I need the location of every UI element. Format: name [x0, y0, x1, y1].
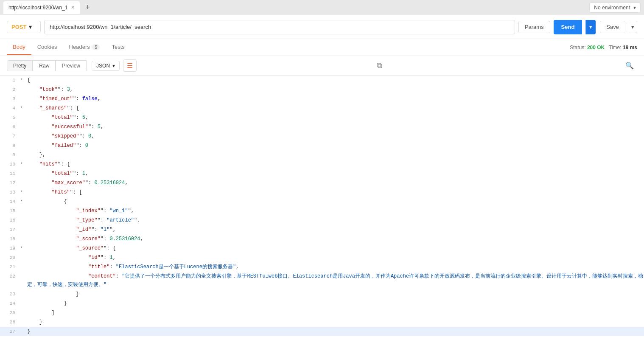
format-selector[interactable]: JSON ▾ — [92, 61, 120, 71]
fold-arrow-icon[interactable]: ▾ — [20, 160, 27, 169]
code-text: "_source"": { — [27, 244, 116, 253]
line-number: 11 — [0, 169, 20, 178]
table-row: 2 "took"": 3, — [0, 85, 644, 94]
fold-arrow-icon[interactable]: ▾ — [20, 104, 27, 113]
send-chevron-icon: ▾ — [589, 24, 592, 30]
table-row: 20 "id"": 1, — [0, 253, 644, 262]
fold-arrow-icon — [20, 262, 27, 272]
tab-body[interactable]: Body — [7, 39, 31, 55]
view-tab-preview[interactable]: Preview — [56, 60, 87, 71]
method-chevron-icon: ▾ — [29, 24, 32, 30]
line-number: 27 — [0, 327, 20, 336]
tab-headers[interactable]: Headers 5 — [63, 39, 106, 55]
code-text: "took"": 3, — [27, 85, 73, 94]
line-number: 22 — [0, 272, 20, 289]
line-number: 12 — [0, 178, 20, 188]
fold-arrow-icon — [20, 216, 27, 225]
table-row: 18 "_score"": 0.25316024, — [0, 234, 644, 244]
code-container[interactable]: 1▾{2 "took"": 3,3 "timed_out"": false,4▾… — [0, 76, 644, 337]
code-text: } — [27, 299, 67, 308]
code-text: "_score"": 0.25316024, — [27, 234, 143, 244]
view-tab-raw[interactable]: Raw — [33, 60, 56, 71]
table-row: 13▾ "hits"": [ — [0, 188, 644, 197]
code-text: } — [27, 317, 42, 327]
line-number: 16 — [0, 216, 20, 225]
code-text: { — [27, 76, 30, 85]
table-row: 15 "_index"": "wn_1"", — [0, 206, 644, 216]
code-text: "content": "它提供了一个分布式多用户能力的全文搜索引擎，基于REST… — [27, 272, 644, 289]
code-text: "skipped"": 0, — [27, 132, 94, 141]
fold-arrow-icon[interactable]: ▾ — [20, 197, 27, 206]
table-row: 11 "total"": 1, — [0, 169, 644, 178]
tab-tests[interactable]: Tests — [106, 39, 130, 55]
view-tab-pretty[interactable]: Pretty — [7, 60, 33, 71]
params-button[interactable]: Params — [518, 21, 550, 33]
url-bar: POST ▾ Params Send ▾ Save ▾ — [0, 15, 644, 39]
tab-close-icon[interactable]: ✕ — [71, 5, 75, 10]
fold-arrow-icon — [20, 234, 27, 244]
env-label: No environment — [594, 5, 630, 11]
line-number: 23 — [0, 289, 20, 299]
wrap-button[interactable]: ☰ — [123, 59, 137, 72]
fold-arrow-icon — [20, 169, 27, 178]
code-text: "title": "ElasticSearch是一个基于Lucene的搜索服务器… — [27, 262, 239, 272]
tab-label: http://localhost:9200/wn_1 — [8, 5, 67, 11]
method-label: POST — [11, 24, 26, 30]
fold-arrow-icon — [20, 272, 27, 289]
fold-arrow-icon — [20, 289, 27, 299]
code-text: "total"": 5, — [27, 113, 88, 122]
code-text: ] — [27, 308, 55, 317]
table-row: 5 "total"": 5, — [0, 113, 644, 122]
save-dropdown-button[interactable]: ▾ — [629, 21, 637, 33]
line-number: 17 — [0, 225, 20, 234]
fold-arrow-icon[interactable]: ▾ — [20, 188, 27, 197]
table-row: 7 "skipped"": 0, — [0, 132, 644, 141]
code-text: "total"": 1, — [27, 169, 88, 178]
code-text: "hits"": [ — [27, 188, 82, 197]
table-row: 4▾ "_shards"": { — [0, 104, 644, 113]
line-number: 21 — [0, 262, 20, 272]
line-number: 26 — [0, 317, 20, 327]
line-number: 19 — [0, 244, 20, 253]
table-row: 22 "content": "它提供了一个分布式多用户能力的全文搜索引擎，基于R… — [0, 272, 644, 289]
line-number: 10 — [0, 160, 20, 169]
table-row: 17 "_id"": "1"", — [0, 225, 644, 234]
table-row: 24 } — [0, 299, 644, 308]
save-button[interactable]: Save — [600, 21, 625, 33]
code-text: "timed_out"": false, — [27, 94, 101, 104]
url-input[interactable] — [44, 20, 515, 34]
fold-arrow-icon — [20, 225, 27, 234]
fold-arrow-icon[interactable]: ▾ — [20, 244, 27, 253]
send-dropdown-button[interactable]: ▾ — [585, 20, 596, 34]
browser-tab[interactable]: http://localhost:9200/wn_1 ✕ — [3, 1, 80, 14]
line-number: 4 — [0, 104, 20, 113]
code-text: }, — [27, 150, 45, 160]
copy-button[interactable]: ⧉ — [373, 59, 386, 72]
line-number: 15 — [0, 206, 20, 216]
code-text: "successful"": 5, — [27, 122, 104, 132]
code-text: "id"": 1, — [27, 253, 116, 262]
new-tab-button[interactable]: + — [81, 2, 93, 14]
time-value: 19 ms — [623, 45, 637, 51]
app-container: POST ▾ Params Send ▾ Save ▾ Body Cookies… — [0, 15, 644, 337]
line-number: 3 — [0, 94, 20, 104]
search-button[interactable]: 🔍 — [622, 60, 637, 71]
line-number: 6 — [0, 122, 20, 132]
tab-cookies[interactable]: Cookies — [31, 39, 63, 55]
send-button[interactable]: Send — [554, 20, 582, 34]
view-bar: Pretty Raw Preview JSON ▾ ☰ ⧉ 🔍 — [0, 56, 644, 76]
fold-arrow-icon[interactable]: ▾ — [20, 76, 27, 85]
table-row: 23 } — [0, 289, 644, 299]
line-number: 25 — [0, 308, 20, 317]
fold-arrow-icon — [20, 113, 27, 122]
fold-arrow-icon — [20, 141, 27, 150]
method-selector[interactable]: POST ▾ — [7, 21, 41, 33]
fold-arrow-icon — [20, 308, 27, 317]
fold-arrow-icon — [20, 253, 27, 262]
fold-arrow-icon — [20, 327, 27, 336]
env-selector[interactable]: No environment ▾ — [589, 3, 641, 13]
table-row: 6 "successful"": 5, — [0, 122, 644, 132]
code-text: "hits"": { — [27, 160, 70, 169]
response-tabs: Body Cookies Headers 5 Tests Status: 200… — [0, 39, 644, 56]
line-number: 5 — [0, 113, 20, 122]
